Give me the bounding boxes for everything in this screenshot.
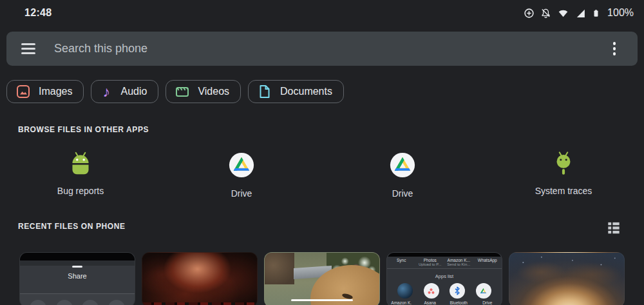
recent-file-card-share-screenshot[interactable]: Share	[19, 252, 135, 305]
list-view-toggle-button[interactable]	[604, 218, 623, 237]
battery-percent: 100%	[607, 7, 634, 19]
notifications-off-icon	[540, 8, 551, 19]
thumb-share-sheet: Share	[20, 266, 135, 293]
app-drive-1[interactable]: Drive	[161, 144, 322, 199]
files-app-screen: 12:48 100% Search this phone	[0, 0, 644, 305]
search-placeholder: Search this phone	[54, 42, 611, 55]
chip-videos-label: Videos	[198, 86, 229, 97]
movie-icon	[175, 84, 189, 99]
thumb-app-labels: Amazon K.Send to Kin... Asana Bluetooth …	[387, 300, 502, 305]
chip-audio[interactable]: ♪ Audio	[91, 80, 158, 103]
document-icon	[258, 84, 272, 99]
thumb-statusbar-strip	[20, 253, 135, 261]
chip-images[interactable]: Images	[6, 80, 84, 103]
sheet-handle	[72, 266, 82, 268]
chip-videos[interactable]: Videos	[166, 80, 241, 103]
google-drive-icon	[390, 144, 415, 181]
recent-file-card-fire-photo[interactable]	[142, 252, 258, 305]
wifi-icon	[557, 8, 569, 19]
app-label: Drive	[231, 188, 252, 199]
thumb-tree	[265, 253, 294, 284]
chip-images-label: Images	[39, 86, 72, 97]
android-head-icon	[549, 144, 578, 178]
bluetooth-icon	[450, 283, 465, 299]
chip-documents-label: Documents	[280, 86, 332, 97]
google-drive-icon	[476, 283, 491, 299]
status-bar: 12:48 100%	[0, 0, 644, 26]
image-icon	[16, 84, 30, 99]
app-system-traces[interactable]: System traces	[483, 144, 644, 199]
browse-apps-row: Bug reports Drive Drive System traces	[0, 144, 644, 199]
app-label: Bug reports	[57, 186, 104, 196]
thumb-filmstrip	[142, 302, 257, 305]
clock: 12:48	[24, 7, 52, 19]
recent-file-card-apps-screenshot[interactable]: Sync PhotosUpload to P... Amazon K...Sen…	[386, 252, 502, 305]
google-drive-icon	[229, 144, 254, 181]
android-bug-icon	[66, 144, 95, 178]
browse-section-title: BROWSE FILES IN OTHER APPS	[18, 125, 149, 134]
cell-signal-icon	[575, 8, 586, 19]
thumb-progress-line	[291, 299, 353, 301]
kindle-icon	[397, 283, 413, 299]
chip-audio-label: Audio	[120, 86, 147, 97]
music-note-icon: ♪	[100, 84, 112, 99]
filter-chips: Images ♪ Audio Videos Documents	[6, 80, 344, 103]
hamburger-menu-icon[interactable]	[21, 43, 35, 54]
thumb-app-icons	[387, 283, 502, 299]
app-label: System traces	[535, 186, 592, 196]
three-dot-menu-button[interactable]	[611, 39, 619, 58]
status-icons: 100%	[524, 7, 634, 19]
search-bar[interactable]: Search this phone	[6, 32, 638, 66]
thumb-direct-share-row: Sync PhotosUpload to P... Amazon K...Sen…	[387, 257, 502, 269]
app-bug-reports[interactable]: Bug reports	[0, 144, 161, 199]
apps-list-header: Apps list	[387, 273, 502, 279]
data-saver-icon	[524, 8, 535, 19]
battery-icon	[592, 7, 600, 19]
app-label: Drive	[392, 188, 413, 199]
app-drive-2[interactable]: Drive	[322, 144, 483, 199]
recent-file-card-dog-photo[interactable]	[264, 252, 380, 305]
thumb-icon-row	[20, 293, 135, 305]
share-label: Share	[20, 272, 135, 280]
chip-documents[interactable]: Documents	[248, 80, 344, 103]
recent-files-row: Share Sync PhotosUpload to P... Amazon K…	[19, 252, 625, 305]
recent-file-card-galaxy-photo[interactable]	[509, 252, 625, 305]
recent-section-title: RECENT FILES ON PHONE	[18, 222, 126, 231]
asana-icon	[424, 283, 439, 299]
